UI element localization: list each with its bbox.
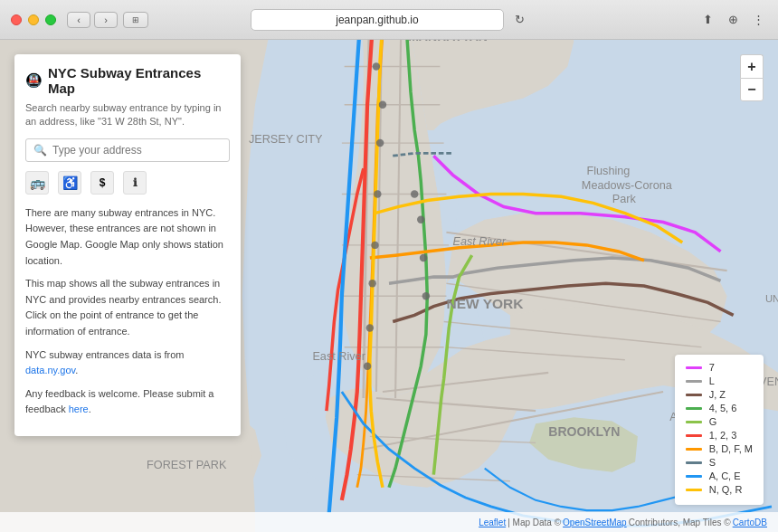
svg-point-30: [420, 254, 427, 261]
svg-point-23: [374, 190, 381, 197]
url-text: jeanpan.github.io: [336, 14, 418, 26]
svg-point-29: [417, 215, 424, 223]
legend: 7 L J, Z 4, 5, 6 G 1, 2, 3 B, D, F, M S: [675, 355, 764, 505]
legend-label-456: 4, 5, 6: [709, 403, 737, 413]
svg-point-31: [422, 292, 430, 299]
sidebar-subtitle: Search nearby subway entrance by typing …: [25, 101, 230, 129]
zoom-out-button[interactable]: −: [740, 78, 764, 101]
mapdata-text: | Map Data ©: [508, 518, 561, 527]
legend-color-123: [686, 434, 702, 437]
svg-point-24: [371, 242, 378, 249]
legend-label-JZ: J, Z: [709, 389, 726, 400]
zoom-in-button[interactable]: +: [740, 54, 764, 78]
svg-point-22: [376, 139, 384, 147]
legend-color-BDFM: [686, 448, 702, 451]
legend-item-JZ: J, Z: [686, 389, 753, 400]
new-tab-button[interactable]: ⊕: [724, 11, 742, 29]
share-button[interactable]: ⬆: [698, 11, 716, 29]
cartodb-link[interactable]: CartoDB: [733, 518, 767, 527]
legend-color-456: [686, 407, 702, 410]
svg-text:UNION TURNPIKE: UNION TURNPIKE: [765, 293, 778, 304]
legend-label-L: L: [709, 375, 715, 386]
svg-text:Meadows-Corona: Meadows-Corona: [582, 179, 673, 192]
legend-item-456: 4, 5, 6: [686, 403, 753, 413]
info-filter-button[interactable]: ℹ: [123, 171, 147, 195]
contributors-text: Contributors, Map Tiles ©: [629, 518, 731, 527]
legend-label-ACE: A, C, E: [709, 470, 741, 481]
legend-color-G: [686, 421, 702, 423]
sidebar-text-3: NYC subway entrances data is from data.n…: [25, 347, 230, 379]
svg-text:East River: East River: [312, 350, 365, 363]
paid-filter-button[interactable]: $: [90, 171, 114, 195]
search-icon: 🔍: [33, 144, 47, 157]
svg-point-20: [373, 62, 380, 70]
legend-item-7: 7: [686, 362, 753, 373]
forward-button[interactable]: ›: [94, 12, 118, 28]
legend-label-S: S: [709, 457, 716, 468]
svg-text:NEW YORK: NEW YORK: [446, 296, 524, 311]
svg-text:FOREST PARK: FOREST PARK: [147, 459, 227, 471]
legend-label-123: 1, 2, 3: [709, 430, 737, 441]
legend-label-7: 7: [709, 362, 715, 373]
legend-item-L: L: [686, 375, 753, 386]
svg-point-28: [411, 190, 418, 197]
legend-item-ACE: A, C, E: [686, 470, 753, 481]
svg-point-26: [366, 324, 374, 331]
svg-text:JERSEY CITY: JERSEY CITY: [249, 133, 323, 146]
map-controls: + −: [740, 54, 764, 101]
data-link[interactable]: data.ny.gov: [25, 365, 75, 375]
traffic-lights: [11, 14, 56, 25]
legend-color-ACE: [686, 475, 702, 478]
legend-item-123: 1, 2, 3: [686, 430, 753, 441]
accessibility-filter-button[interactable]: ♿: [58, 171, 81, 195]
sidebar-text-1: There are many subway entrances in NYC. …: [25, 205, 230, 269]
svg-text:BROOKLYN: BROOKLYN: [548, 424, 620, 439]
subway-icon: 🚇: [25, 72, 43, 89]
toolbar-right: ⬆ ⊕ ⋮: [698, 11, 767, 29]
nav-buttons: ‹ ›: [67, 12, 118, 28]
feedback-link[interactable]: here: [69, 404, 89, 414]
legend-color-L: [686, 380, 702, 383]
sidebar: 🚇 NYC Subway Entrances Map Search nearby…: [14, 54, 241, 436]
legend-label-NQR: N, Q, R: [709, 484, 743, 495]
close-button[interactable]: [11, 14, 22, 25]
legend-item-G: G: [686, 416, 753, 427]
refresh-button[interactable]: ↻: [511, 12, 527, 28]
content-area: MANHATTAN GUTTENBERG Flushing Meadows-Co…: [0, 40, 778, 532]
legend-label-G: G: [709, 416, 717, 427]
legend-color-JZ: [686, 394, 702, 396]
sidebar-text-2: This map shows all the subway entrances …: [25, 276, 230, 339]
tab-manager-button[interactable]: ⊞: [123, 12, 148, 28]
svg-point-27: [364, 363, 371, 370]
legend-item-NQR: N, Q, R: [686, 484, 753, 495]
svg-text:MANHATTAN: MANHATTAN: [408, 40, 488, 43]
filter-icons: 🚌 ♿ $ ℹ: [25, 171, 230, 195]
more-button[interactable]: ⋮: [749, 11, 767, 29]
window-chrome: ‹ › ⊞ jeanpan.github.io ↻ ⬆ ⊕ ⋮: [0, 0, 778, 40]
back-button[interactable]: ‹: [67, 12, 90, 28]
legend-label-BDFM: B, D, F, M: [709, 443, 753, 454]
sidebar-title: 🚇 NYC Subway Entrances Map: [25, 65, 230, 96]
leaflet-link[interactable]: Leaflet: [479, 518, 506, 527]
legend-color-NQR: [686, 489, 702, 491]
svg-text:Park: Park: [612, 193, 637, 205]
url-bar[interactable]: jeanpan.github.io: [251, 9, 504, 31]
sidebar-text-4: Any feedback is welcome. Please submit a…: [25, 386, 230, 418]
maximize-button[interactable]: [45, 14, 56, 25]
attribution: Leaflet | Map Data © OpenStreetMap Contr…: [0, 512, 778, 532]
legend-item-S: S: [686, 457, 753, 468]
legend-item-BDFM: B, D, F, M: [686, 443, 753, 454]
legend-color-S: [686, 461, 702, 464]
svg-text:East River: East River: [452, 235, 506, 248]
svg-text:Flushing: Flushing: [587, 165, 631, 177]
osm-link[interactable]: OpenStreetMap: [563, 518, 627, 527]
search-input[interactable]: [52, 144, 222, 157]
svg-point-21: [379, 101, 386, 109]
svg-point-25: [368, 280, 375, 287]
bus-filter-button[interactable]: 🚌: [25, 171, 49, 195]
url-bar-area: jeanpan.github.io ↻: [251, 9, 527, 31]
minimize-button[interactable]: [28, 14, 39, 25]
search-box[interactable]: 🔍: [25, 138, 230, 162]
legend-color-7: [686, 366, 702, 369]
